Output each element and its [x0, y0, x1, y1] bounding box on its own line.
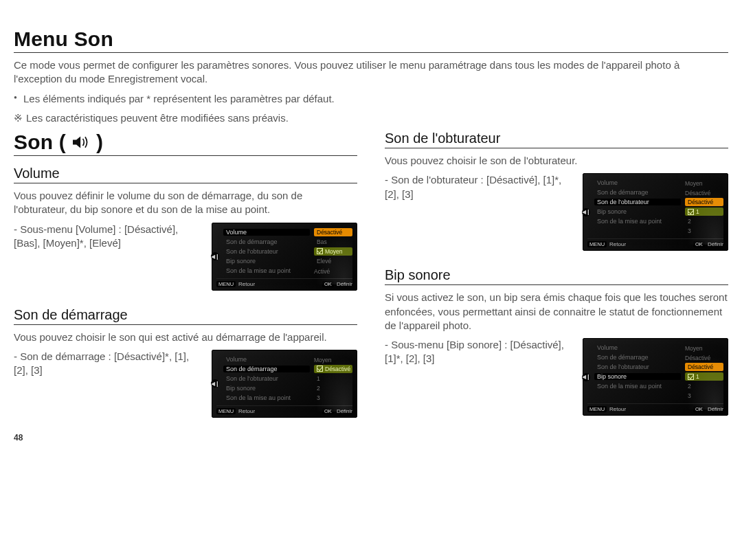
menu-tag: MENU [216, 408, 236, 414]
section-desc-demarrage: Vous pouvez choisir le son qui est activ… [14, 331, 357, 344]
lcd-option: Bas [314, 238, 352, 246]
spec-bip: - Sous-menu [Bip sonore] : [Désactivé], … [385, 338, 570, 366]
lcd-option: 3 [685, 227, 723, 235]
menu-tag: MENU [216, 281, 236, 287]
section-title-demarrage: Son de démarrage [14, 307, 357, 325]
lcd-item: Volume [223, 356, 310, 363]
lcd-mock-demarrage: ◀❙ Volume Moyen Son de démarrage Désacti… [212, 350, 357, 418]
lcd-option: Désactivé [685, 363, 723, 371]
section-obturateur: Son de l'obturateur Vous pouvez choisir … [385, 131, 728, 251]
section-demarrage: Son de démarrage Vous pouvez choisir le … [14, 307, 357, 418]
lcd-value: Désactivé [681, 353, 723, 361]
lcd-footer: MENURetour OKDéfinir [216, 405, 352, 414]
son-heading-suffix: ) [96, 131, 103, 154]
set-label: Définir [708, 406, 723, 412]
spec-volume: - Sous-menu [Volume] : [Désactivé], [Bas… [14, 223, 199, 251]
spec-label: - Sous-menu [Bip sonore] : [385, 339, 507, 350]
lcd-footer: MENURetour OKDéfinir [216, 278, 352, 287]
section-desc-obturateur: Vous pouvez choisir le son de l'obturate… [385, 154, 728, 168]
lcd-option-selected: Moyen [314, 247, 352, 256]
lcd-footer: MENURetour OKDéfinir [587, 403, 723, 412]
intro-bullet: Les éléments indiqués par * représentent… [14, 92, 728, 106]
spec-label: - Sous-menu [Volume] : [14, 223, 122, 235]
spec-obturateur: - Son de l'obturateur : [Désactivé], [1]… [385, 173, 570, 201]
page-number: 48 [14, 433, 23, 443]
lcd-value: Moyen [681, 179, 723, 187]
spec-demarrage: - Son de démarrage : [Désactivé]*, [1], … [14, 350, 199, 378]
lcd-item: Son de la mise au point [223, 394, 310, 401]
lcd-item-obturateur: Son de l'obturateur [594, 199, 681, 205]
page-title: Menu Son [14, 27, 728, 53]
lcd-value: Moyen [681, 344, 723, 352]
section-title-bip: Bip sonore [385, 267, 728, 285]
lcd-item: Son de l'obturateur [223, 248, 310, 255]
lcd-option-selected: Désactivé [314, 365, 352, 373]
ok-tag: OK [322, 408, 334, 414]
check-icon [317, 366, 323, 372]
back-label: Retour [609, 406, 626, 412]
right-column: Son de l'obturateur Vous pouvez choisir … [385, 131, 728, 432]
two-column-layout: Son ( ) Volume Vous pouvez définir le vo… [14, 131, 728, 434]
section-desc-volume: Vous pouvez définir le volume du son de … [14, 189, 357, 217]
lcd-option: Désactivé [314, 228, 352, 236]
intro-note: Les caractéristiques peuvent être modifi… [14, 111, 728, 125]
ok-tag: OK [693, 406, 705, 412]
lcd-item: Son de démarrage [594, 189, 681, 196]
son-heading-prefix: Son ( [14, 131, 66, 154]
section-desc-bip: Si vous activez le son, un bip sera émis… [385, 291, 728, 333]
lcd-mock-volume: ◀❙ Volume Désactivé Son de démarrage Bas [212, 223, 357, 291]
lcd-item: Son de l'obturateur [223, 375, 310, 382]
lcd-option-selected: 1 [685, 208, 723, 216]
lcd-option: 3 [314, 394, 352, 402]
lcd-item: Son de démarrage [223, 238, 310, 245]
spec-label: - Son de démarrage : [14, 350, 111, 362]
lcd-option: 2 [685, 382, 723, 390]
speaker-icon [71, 134, 91, 150]
ok-tag: OK [322, 281, 334, 287]
check-icon [688, 209, 694, 215]
lcd-item: Bip sonore [223, 385, 310, 392]
lcd-item: Son de l'obturateur [594, 363, 681, 370]
lcd-item: Volume [594, 179, 681, 186]
lcd-value: Activé [310, 267, 352, 275]
lcd-option: Désactivé [685, 198, 723, 206]
check-icon [317, 248, 323, 254]
lcd-value: Désactivé [681, 188, 723, 197]
menu-tag: MENU [587, 241, 607, 247]
intro-paragraph: Ce mode vous permet de configurer les pa… [14, 58, 728, 87]
lcd-option: 2 [314, 384, 352, 392]
lcd-option: Elevé [314, 257, 352, 265]
lcd-item-demarrage: Son de démarrage [223, 366, 310, 372]
check-icon [688, 374, 694, 380]
back-label: Retour [609, 241, 626, 247]
set-label: Définir [337, 408, 352, 414]
section-title-volume: Volume [14, 166, 357, 183]
back-label: Retour [238, 408, 255, 414]
lcd-option: 3 [685, 392, 723, 400]
left-column: Son ( ) Volume Vous pouvez définir le vo… [14, 131, 357, 434]
lcd-option: 2 [685, 217, 723, 225]
lcd-item: Bip sonore [223, 258, 310, 265]
lcd-item: Son de la mise au point [594, 383, 681, 390]
menu-tag: MENU [587, 406, 607, 412]
section-title-obturateur: Son de l'obturateur [385, 131, 728, 148]
set-label: Définir [708, 241, 723, 247]
ok-tag: OK [693, 241, 705, 247]
svg-marker-0 [73, 136, 80, 148]
lcd-item-bip: Bip sonore [594, 373, 681, 380]
manual-page: Menu Son Ce mode vous permet de configur… [0, 0, 742, 448]
lcd-item: Son de la mise au point [223, 267, 310, 274]
lcd-item: Son de démarrage [594, 354, 681, 361]
lcd-mock-bip: ◀❙ Volume Moyen Son de démarrage Désacti… [583, 338, 728, 416]
lcd-item: Son de la mise au point [594, 218, 681, 225]
back-label: Retour [238, 281, 255, 287]
lcd-footer: MENURetour OKDéfinir [587, 238, 723, 247]
lcd-option-selected: 1 [685, 372, 723, 381]
lcd-value: Moyen [310, 355, 352, 363]
lcd-item: Bip sonore [594, 208, 681, 215]
lcd-item: Volume [594, 344, 681, 351]
set-label: Définir [337, 281, 352, 287]
section-volume: Volume Vous pouvez définir le volume du … [14, 166, 357, 291]
son-heading: Son ( ) [14, 131, 357, 156]
lcd-item-volume: Volume [223, 229, 310, 236]
